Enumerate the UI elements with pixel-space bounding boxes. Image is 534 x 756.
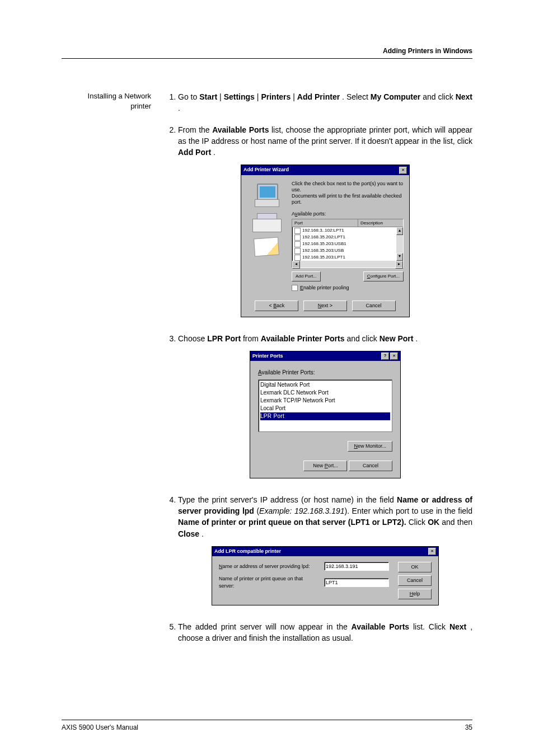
checkbox-icon[interactable] bbox=[292, 285, 298, 291]
sep: | bbox=[293, 92, 297, 101]
scroll-down-icon[interactable]: ▼ bbox=[396, 253, 403, 261]
scroll-left-icon[interactable]: ◄ bbox=[292, 261, 300, 269]
dlg2-titlebar[interactable]: Printer Ports ? × bbox=[250, 351, 400, 361]
scroll-up-icon[interactable]: ▲ bbox=[396, 227, 403, 235]
step4-example: Example: 192.168.3.191 bbox=[259, 506, 344, 515]
list-item[interactable]: Local Port bbox=[260, 405, 390, 412]
kw-nameprinter: Name of printer or print queue on that s… bbox=[178, 518, 406, 527]
dlg-add-lpr: Add LPR compatible printer × Name or add… bbox=[212, 546, 439, 605]
step4-mid: Enter which port to use in the field bbox=[352, 506, 472, 515]
port-4: 192.168.35.203:LPT1 bbox=[302, 254, 345, 261]
step4-mid3: and then bbox=[442, 518, 472, 527]
documents-icon bbox=[254, 237, 279, 257]
ok-button[interactable]: OK bbox=[398, 562, 432, 572]
h-post: elp bbox=[413, 591, 420, 597]
port-3: 192.168.35.203:USB bbox=[302, 247, 344, 254]
new-port-button[interactable]: New Port... bbox=[303, 461, 347, 471]
kw-availports: Available Ports bbox=[212, 125, 269, 134]
cancel-button[interactable]: Cancel bbox=[398, 575, 432, 586]
kw-start: Start bbox=[199, 92, 217, 101]
help-button[interactable]: Help bbox=[398, 589, 432, 599]
add-port-button[interactable]: Add Port... bbox=[292, 271, 321, 281]
list-header: Port Description bbox=[292, 219, 403, 228]
step1-end: . bbox=[178, 104, 180, 112]
computer-icon bbox=[254, 184, 279, 207]
side-line2: printer bbox=[130, 102, 151, 110]
port-2: 192.168.35.203:USB1 bbox=[302, 241, 346, 247]
printer-ports-listbox[interactable]: Digital Network Port Lexmark DLC Network… bbox=[258, 379, 392, 432]
side-heading: Installing a Network printer bbox=[62, 91, 161, 654]
scroll-right-icon[interactable]: ► bbox=[395, 261, 403, 269]
step-3: Choose LPR Port from Available Printer P… bbox=[178, 333, 472, 478]
list-item[interactable]: Lexmark TCP/IP Network Port bbox=[260, 397, 390, 405]
port-items[interactable]: 192.168.3..102:LPT1 192.168.35.202:LPT1 … bbox=[292, 227, 396, 261]
step3-mid2: and click bbox=[346, 334, 379, 343]
checkbox-icon[interactable] bbox=[294, 248, 301, 254]
step3-end: . bbox=[415, 334, 418, 343]
l1-post: ame or address of server providing lpd: bbox=[223, 564, 310, 569]
dlg1-button-row: < Back Next > Cancel bbox=[241, 297, 409, 317]
lpr-label-queue: Name of printer or print queue on that s… bbox=[219, 575, 320, 590]
step-1: Go to Start | Settings | Printers | Add … bbox=[178, 91, 472, 114]
next-button[interactable]: Next > bbox=[303, 300, 347, 311]
server-address-input[interactable] bbox=[324, 562, 389, 571]
dlg1-instr2: Documents will print to the first availa… bbox=[292, 193, 402, 205]
dlg2-label: Available Printer Ports: bbox=[258, 369, 392, 377]
step4-mid2: Click bbox=[409, 518, 428, 527]
checkbox-icon[interactable] bbox=[294, 255, 301, 261]
list-item[interactable]: Digital Network Port bbox=[260, 381, 390, 389]
dlg3-title: Add LPR compatible printer bbox=[214, 548, 281, 555]
close-icon[interactable]: × bbox=[390, 353, 398, 360]
dlg3-titlebar[interactable]: Add LPR compatible printer × bbox=[212, 547, 438, 556]
list-item[interactable]: 192.168.35.203:USB bbox=[292, 247, 396, 254]
horizontal-scrollbar[interactable]: ◄ ► bbox=[292, 261, 403, 267]
list-item[interactable]: 192.168.35.203:USB1 bbox=[292, 241, 396, 247]
nm-post: ew Monitor... bbox=[358, 443, 386, 449]
checkbox-icon[interactable] bbox=[294, 228, 301, 234]
page-footer: AXIS 5900 User's Manual 35 bbox=[62, 720, 472, 731]
sep: | bbox=[219, 92, 224, 101]
list-item[interactable]: 192.168.35.202:LPT1 bbox=[292, 234, 396, 241]
kw-next2: Next bbox=[449, 622, 466, 631]
kw-lprport: LPR Port bbox=[207, 334, 241, 343]
close-icon[interactable]: × bbox=[399, 167, 407, 174]
lbl-post: ailable ports: bbox=[297, 211, 326, 217]
list-item[interactable]: Lexmark DLC Network Port bbox=[260, 389, 390, 397]
configure-port-button[interactable]: Configure Port... bbox=[363, 271, 404, 281]
queue-name-input[interactable] bbox=[324, 578, 389, 587]
step5-text: The added print server will now appear i… bbox=[178, 622, 352, 631]
list-item[interactable]: 192.168.3..102:LPT1 bbox=[292, 227, 396, 234]
enable-pooling-row[interactable]: Enable printer pooling bbox=[292, 284, 404, 292]
kw-close: Close bbox=[178, 529, 199, 538]
dlg1-titlebar[interactable]: Add Printer Wizard × bbox=[241, 165, 409, 175]
list-item[interactable]: 192.168.35.203:LPT1 bbox=[292, 254, 396, 261]
col-desc: Description bbox=[358, 219, 396, 227]
dlg2-title: Printer Ports bbox=[252, 353, 283, 360]
kw-next: Next bbox=[456, 92, 472, 101]
new-monitor-button[interactable]: New Monitor... bbox=[348, 441, 392, 452]
np-pre: New bbox=[313, 463, 325, 468]
step1-mid: . Select bbox=[342, 92, 371, 101]
step-4: Type the print server's IP address (or h… bbox=[178, 494, 472, 605]
pool-label: Enable printer pooling bbox=[300, 284, 349, 292]
step3-text: Choose bbox=[178, 334, 207, 343]
kw-ok: OK bbox=[428, 518, 439, 527]
cancel-button[interactable]: Cancel bbox=[352, 300, 396, 311]
available-ports-listbox[interactable]: Port Description 192.168.3..102:LPT1 192… bbox=[292, 219, 404, 269]
checkbox-icon[interactable] bbox=[294, 241, 301, 247]
close-icon[interactable]: × bbox=[428, 548, 436, 555]
back-button[interactable]: < Back bbox=[255, 300, 298, 311]
kw-mycomputer: My Computer bbox=[371, 92, 421, 101]
kw-availports2: Available Ports bbox=[352, 622, 410, 631]
checkbox-icon[interactable] bbox=[294, 234, 301, 241]
cancel-button[interactable]: Cancel bbox=[349, 461, 392, 471]
vertical-scrollbar[interactable]: ▲ ▼ bbox=[396, 227, 403, 261]
list-item-selected[interactable]: LPR Port bbox=[260, 412, 390, 420]
np-post: ort... bbox=[328, 463, 338, 468]
next-post: ext > bbox=[321, 303, 332, 308]
step2-end: . bbox=[213, 148, 216, 157]
step2-text: From the bbox=[178, 125, 212, 134]
help-icon[interactable]: ? bbox=[381, 353, 389, 360]
wizard-graphic bbox=[247, 181, 286, 259]
port-0: 192.168.3..102:LPT1 bbox=[302, 227, 344, 234]
